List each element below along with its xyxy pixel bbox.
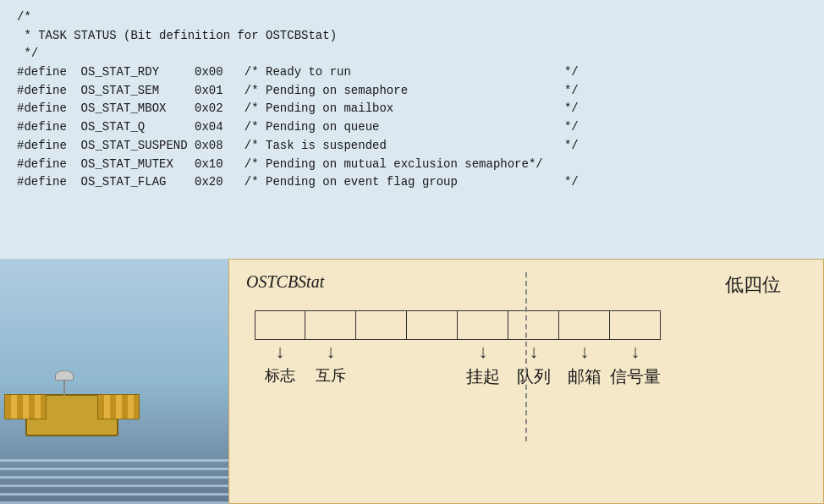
arrow-down-6: ↓ [325,344,336,363]
define-row-6: #define OS_STAT_FLAG 0x20 /* Pending on … [17,173,807,192]
define-row-2: #define OS_STAT_MBOX 0x02 /* Pending on … [17,100,807,118]
label-suspend: 挂起 [458,365,508,388]
comment-line-1: /* [17,8,807,27]
define-row-0: #define OS_STAT_RDY 0x00 /* Ready to run… [17,63,807,82]
label-semaphore: 信号量 [610,365,661,388]
arrow-down-7: ↓ [274,344,285,363]
define-row-5: #define OS_STAT_MUTEX 0x10 /* Pending on… [17,156,807,174]
arrow-1: ↓ [559,344,610,363]
label-mailbox-text: 邮箱 [568,365,602,388]
define-row-3: #define OS_STAT_Q 0x04 /* Pending on que… [17,118,807,137]
arrow-down-1: ↓ [579,344,590,363]
main-content: /* * TASK STATUS (Bit definition for OST… [0,0,824,504]
bit-box-3 [458,310,508,340]
arrow-2: ↓ [508,344,559,363]
bit-box-5 [356,310,407,340]
diagram-title-low-bits: 低四位 [725,272,781,298]
define-row-1: #define OS_STAT_SEM 0x01 /* Pending on s… [17,82,807,101]
comment-line-2: * TASK STATUS (Bit definition for OSTCBS… [17,27,807,46]
define-row-4: #define OS_STAT_SUSPEND 0x08 /* Task is … [17,137,807,156]
diagram-title-ostcbstat: OSTCBStat [246,272,324,292]
diagram-section: OSTCBStat 低四位 ↓ ↓ ↓ ↓ [228,259,824,504]
bit-box-6 [305,310,356,340]
label-mutex: 互斥 [305,365,356,386]
label-mailbox: 邮箱 [559,365,610,388]
bit-box-4 [407,310,458,340]
bit-box-0 [610,310,661,340]
arrow-3: ↓ [458,344,508,363]
label-semaphore-text: 信号量 [610,365,661,388]
label-suspend-text: 挂起 [466,365,500,388]
bit-box-2 [508,310,559,340]
arrow-7: ↓ [255,344,305,363]
dotted-line [525,272,527,441]
code-section: /* * TASK STATUS (Bit definition for OST… [0,0,824,199]
bit-box-7 [255,310,305,340]
arrow-0: ↓ [610,344,661,363]
arrow-down-2: ↓ [528,344,539,363]
label-flag: 标志 [255,365,305,386]
label-queue: 队列 [508,365,559,388]
label-flag-text: 标志 [265,365,295,386]
label-mutex-text: 互斥 [316,365,346,386]
comment-line-3: */ [17,45,807,63]
arrow-6: ↓ [305,344,356,363]
bottom-section: OSTCBStat 低四位 ↓ ↓ ↓ ↓ [0,259,824,504]
bit-box-1 [559,310,610,340]
arrow-down-0: ↓ [629,344,640,363]
arrow-down-3: ↓ [477,344,488,363]
label-queue-text: 队列 [517,365,551,388]
satellite-image [0,259,228,504]
